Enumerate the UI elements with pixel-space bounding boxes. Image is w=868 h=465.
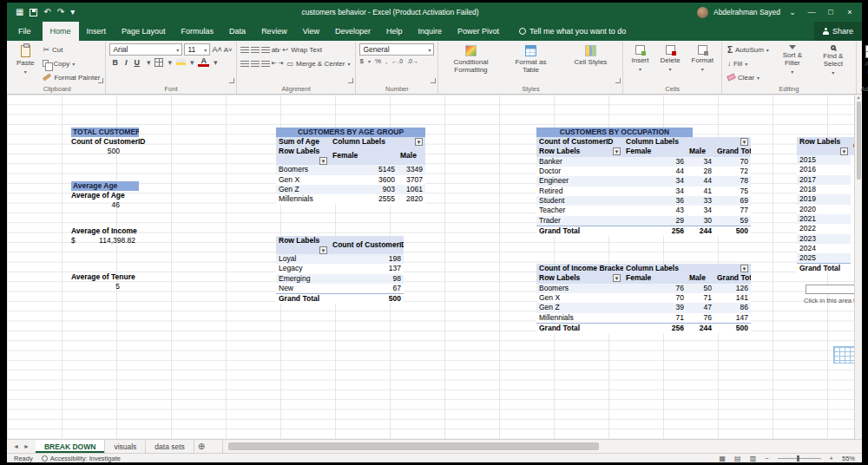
cell[interactable]: Gen Z <box>536 303 623 312</box>
delete-cells-button[interactable]: Delete ▾ <box>655 43 684 84</box>
cell[interactable]: Gen X <box>276 175 330 185</box>
sheet-tab-data-sets[interactable]: data sets <box>146 440 194 453</box>
cell[interactable]: Millennials <box>276 194 330 204</box>
cell[interactable]: 244 <box>687 323 714 333</box>
tab-view[interactable]: View <box>295 22 327 41</box>
qat-customize-icon[interactable]: ▾ <box>70 8 75 16</box>
paste-button[interactable]: Paste ▾ <box>12 43 38 84</box>
row-labels-cell[interactable]: Row Labels▼ <box>797 137 851 155</box>
column-labels-cell[interactable]: Column Labels▼ <box>623 264 751 273</box>
comma-button[interactable]: , <box>385 57 387 65</box>
tab-file[interactable]: File <box>7 22 43 41</box>
tab-developer[interactable]: Developer <box>327 22 378 41</box>
tab-insert[interactable]: Insert <box>79 22 115 41</box>
autosum-button[interactable]: Σ AutoSum ▾ <box>726 43 771 56</box>
cell[interactable]: Grand Total <box>536 226 623 236</box>
tab-home[interactable]: Home <box>43 22 79 41</box>
maximize-button[interactable]: □ <box>824 8 838 16</box>
col-header-female[interactable]: Female <box>623 147 687 156</box>
cell[interactable]: 500 <box>330 293 404 304</box>
value-header-cell[interactable]: C <box>851 137 854 155</box>
cell[interactable]: 71 <box>687 293 714 303</box>
stat-label-average-age[interactable]: Average of Age <box>71 191 151 200</box>
tab-inquire[interactable]: Inquire <box>411 22 450 41</box>
cell[interactable]: 2020 <box>797 205 851 214</box>
font-color-icon[interactable]: A <box>198 57 209 67</box>
column-labels-cell[interactable]: Column Labels▼ <box>623 137 751 147</box>
decrease-font-icon[interactable]: A˅ <box>224 46 233 54</box>
format-cells-button[interactable]: Format ▾ <box>687 43 718 84</box>
sort-filter-button[interactable]: Sort & Filter ▾ <box>773 43 812 84</box>
row-labels-cell[interactable]: Row Labels▼ <box>276 147 330 165</box>
cell[interactable]: 43 <box>623 206 687 215</box>
format-as-table-button[interactable]: Format as Table <box>502 43 559 84</box>
font-size-select[interactable]: 11 ▾ <box>184 43 210 56</box>
cell[interactable]: 86 <box>714 303 751 312</box>
cell[interactable]: 2820 <box>398 194 425 204</box>
cell[interactable]: 137 <box>330 264 404 273</box>
col-header-grand-total[interactable]: Grand Total <box>714 273 751 283</box>
vertical-scrollbar[interactable]: ▲ <box>854 95 862 439</box>
fill-color-dropdown-icon[interactable]: ▾ <box>187 58 197 67</box>
cell[interactable]: Engineer <box>536 176 623 186</box>
cell[interactable]: 2017 <box>797 175 851 185</box>
cell[interactable]: 2555 <box>330 194 398 204</box>
table-title-age-group[interactable]: CUSTOMERS BY AGE GROUP <box>276 128 425 137</box>
user-name[interactable]: Abdelrahman Sayed <box>713 8 780 16</box>
cell[interactable]: 44 <box>623 167 687 176</box>
table-title-occupation[interactable]: CUSTOMERS BY OCCUPATION <box>536 128 693 137</box>
column-labels-cell[interactable]: Column Labels▼ <box>330 137 425 147</box>
cell[interactable]: 33 <box>687 196 714 206</box>
cell[interactable]: Teacher <box>536 206 623 215</box>
measure-cell[interactable]: Count of CustomerID <box>536 137 623 147</box>
horizontal-scroll-thumb[interactable] <box>228 442 599 450</box>
borders-icon[interactable] <box>155 58 163 67</box>
cell[interactable]: Doctor <box>536 167 623 176</box>
horizontal-scrollbar[interactable] <box>222 440 862 453</box>
cell[interactable]: 44 <box>687 176 714 186</box>
orientation-icon[interactable]: ab̷ <box>272 46 279 54</box>
stat-label-average-tenure[interactable]: Average of Tenure <box>71 272 151 282</box>
cell[interactable]: 34 <box>687 157 714 167</box>
value-header-cell[interactable]: Count of CustomerID <box>330 236 404 254</box>
cell[interactable]: 5145 <box>330 165 398 174</box>
measure-cell[interactable]: Sum of Age <box>276 137 330 147</box>
align-right-icon[interactable] <box>261 61 270 67</box>
tab-data[interactable]: Data <box>221 22 253 41</box>
increase-font-icon[interactable]: A˄ <box>212 45 221 54</box>
cell[interactable]: Banker <box>536 157 623 167</box>
cell[interactable]: Grand Total <box>276 293 330 304</box>
addins-button[interactable]: Add-ins <box>860 43 868 84</box>
decrease-indent-icon[interactable]: ⇤ <box>272 60 277 67</box>
share-button[interactable]: Share <box>814 22 862 41</box>
align-bottom-icon[interactable] <box>261 47 270 53</box>
cell[interactable]: 29 <box>623 216 687 226</box>
number-dialog-launcher-icon[interactable] <box>431 78 436 83</box>
cell[interactable]: 71 <box>623 313 687 324</box>
clipboard-dialog-launcher-icon[interactable] <box>98 78 103 83</box>
filter-dropdown-icon[interactable]: ▼ <box>319 157 327 165</box>
cell[interactable]: 36 <box>623 196 687 206</box>
cell[interactable]: Student <box>536 196 623 206</box>
stat-value-average-tenure[interactable]: 5 <box>71 282 120 291</box>
cell[interactable]: 98 <box>330 274 404 284</box>
cell[interactable]: 76 <box>623 284 687 293</box>
font-dialog-launcher-icon[interactable] <box>229 78 234 83</box>
cell[interactable]: 3707 <box>398 175 425 185</box>
tab-help[interactable]: Help <box>378 22 411 41</box>
cell[interactable]: 39 <box>623 303 687 312</box>
filter-dropdown-icon[interactable]: ▼ <box>613 274 621 282</box>
filter-dropdown-icon[interactable]: ▼ <box>319 246 327 254</box>
cell[interactable]: 2018 <box>797 185 851 194</box>
cell[interactable]: 34 <box>623 176 687 186</box>
cell[interactable]: 2021 <box>797 214 851 224</box>
cell[interactable]: 36 <box>623 157 687 167</box>
tab-page-layout[interactable]: Page Layout <box>114 22 174 41</box>
clear-button[interactable]: Clear ▾ <box>726 71 771 83</box>
ribbon-display-options-icon[interactable]: ⌄ <box>786 8 799 16</box>
cell[interactable]: 59 <box>714 216 751 226</box>
cell[interactable]: 47 <box>687 303 714 312</box>
currency-dropdown-icon[interactable]: ▾ <box>368 58 371 64</box>
cell[interactable]: 70 <box>623 293 687 303</box>
cell[interactable]: Emerging <box>276 274 330 284</box>
